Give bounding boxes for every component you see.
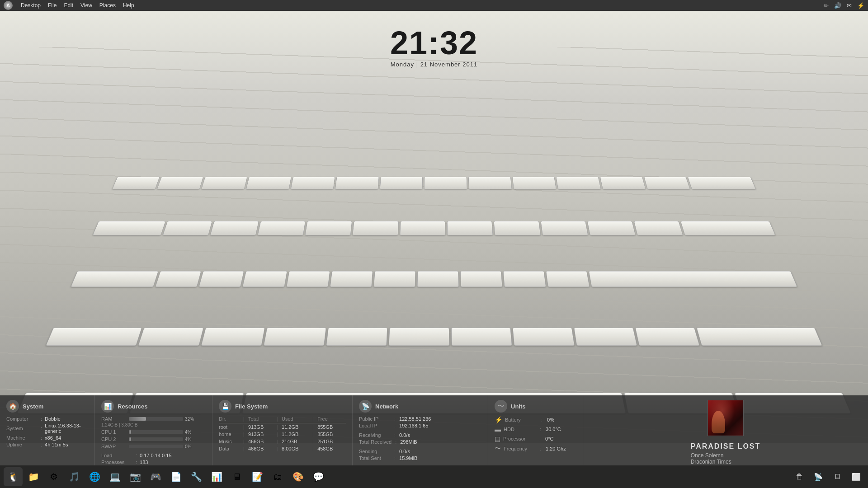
battery-icon: ⚡: [495, 416, 502, 423]
processor-label: Processor: [503, 436, 535, 441]
menu-edit[interactable]: Edit: [60, 2, 77, 9]
cpu1-label: CPU 1: [101, 429, 126, 435]
key: [512, 177, 557, 189]
network-icon: 📡: [359, 400, 372, 413]
taskbar-charts[interactable]: 📊: [207, 467, 226, 486]
pencil-icon[interactable]: ✏: [824, 2, 829, 9]
mail-icon[interactable]: ✉: [847, 2, 852, 9]
local-ip-value: 192.168.1.65: [399, 423, 428, 428]
col-dir: Dir.: [219, 416, 243, 423]
volume-icon[interactable]: 🔊: [834, 2, 841, 9]
taskbar-notes[interactable]: 📝: [248, 467, 267, 486]
fs-table-row: Data | 466GB | 8.00GB | 458GB: [219, 445, 346, 452]
fs-sep: |: [312, 438, 317, 445]
col-free: Free: [317, 416, 346, 423]
power-icon[interactable]: ⚡: [857, 2, 864, 9]
key: [680, 221, 775, 235]
taskbar-paint[interactable]: 🎨: [288, 467, 307, 486]
total-sent-value: 15.9MiB: [399, 455, 417, 461]
taskbar-windows[interactable]: ⬜: [848, 469, 864, 485]
computer-label: Computer: [6, 416, 38, 422]
fs-free: 251GB: [317, 438, 346, 445]
cpu2-pct: 4%: [185, 437, 196, 442]
fs-total: 466GB: [248, 438, 277, 445]
fs-sep: |: [243, 431, 248, 438]
key: [155, 271, 201, 287]
taskbar-monitor[interactable]: 🖥: [227, 467, 246, 486]
taskbar-archive[interactable]: 🗂: [268, 467, 287, 486]
key: [635, 328, 700, 346]
menu-view[interactable]: View: [77, 2, 96, 9]
taskbar-settings[interactable]: ⚙: [44, 467, 63, 486]
clock-date: Monday | 21 November 2011: [390, 61, 478, 68]
key: [447, 221, 493, 235]
taskbar: 🐧 📁 ⚙ 🎵 🌐 💻 📷 🎮 📄 🔧 📊 🖥 📝 🗂 🎨 💬 🗑 📡 🖥 ⬜: [0, 465, 868, 488]
menu-logo[interactable]: A: [4, 1, 13, 10]
filesystem-title: File System: [235, 403, 268, 410]
load-value: 0.17 0.14 0.15: [140, 453, 171, 458]
key: [246, 177, 291, 189]
taskbar-camera[interactable]: 📷: [126, 467, 145, 486]
menu-file[interactable]: File: [44, 2, 60, 9]
taskbar-trash[interactable]: 🗑: [791, 469, 807, 485]
fs-sep: |: [312, 431, 317, 438]
battery-value: 0%: [547, 417, 554, 422]
taskbar-arch-menu[interactable]: 🐧: [4, 467, 23, 486]
resources-title: Resources: [118, 403, 147, 410]
menu-desktop[interactable]: Desktop: [17, 2, 44, 9]
fs-total: 913GB: [248, 423, 277, 431]
frequency-label: Frequency: [504, 446, 535, 451]
fs-free: 458GB: [317, 445, 346, 452]
key: [556, 177, 601, 189]
clock-time: 21:32: [390, 27, 478, 59]
fs-used: 11.2GB: [282, 423, 312, 431]
key: [697, 328, 822, 346]
key: [286, 271, 330, 287]
fs-sep: |: [277, 438, 282, 445]
taskbar-network-manager[interactable]: 🖥: [829, 469, 845, 485]
network-section: 📡 Network Public IP : 122.58.51.236 Loca…: [353, 395, 488, 465]
fs-used: 11.2GB: [282, 431, 312, 438]
key: [600, 177, 646, 189]
taskbar-rss[interactable]: 📡: [810, 469, 826, 485]
menu-help[interactable]: Help: [119, 2, 138, 9]
fs-total: 466GB: [248, 445, 277, 452]
key: [335, 177, 379, 189]
fs-table-row: root | 913GB | 11.2GB | 855GB: [219, 423, 346, 431]
taskbar-music[interactable]: 🎵: [65, 467, 84, 486]
key: [587, 221, 636, 235]
fs-table-row: home | 913GB | 11.2GB | 855GB: [219, 431, 346, 438]
receiving-label: Receiving: [359, 432, 391, 438]
taskbar-docs[interactable]: 📄: [166, 467, 185, 486]
taskbar-chat[interactable]: 💬: [309, 467, 328, 486]
receiving-value: 0.0/s: [399, 432, 410, 438]
battery-label: Battery: [505, 417, 537, 422]
taskbar-tools[interactable]: 🔧: [187, 467, 206, 486]
fs-sep: |: [243, 445, 248, 452]
hdd-label: HDD: [504, 427, 535, 432]
wallpaper: 21:32 Monday | 21 November 2011: [0, 11, 868, 443]
taskbar-browser[interactable]: 🌐: [85, 467, 104, 486]
menu-places[interactable]: Places: [96, 2, 119, 9]
fs-dir: Data: [219, 445, 243, 452]
col-used: Used: [282, 416, 312, 423]
load-label: Load: [101, 453, 133, 458]
fs-dir: Music: [219, 438, 243, 445]
fs-used: 214GB: [282, 438, 312, 445]
fs-dir: home: [219, 431, 243, 438]
taskbar-games[interactable]: 🎮: [146, 467, 165, 486]
key: [157, 177, 203, 189]
uptime-value: 4h 11m 5s: [45, 442, 68, 447]
key: [546, 271, 590, 287]
taskbar-terminal[interactable]: 💻: [105, 467, 124, 486]
fs-sep: |: [312, 445, 317, 452]
taskbar-files[interactable]: 📁: [24, 467, 43, 486]
ram-bar: [129, 417, 183, 421]
cpu2-label: CPU 2: [101, 436, 126, 442]
processes-label: Processes: [101, 460, 133, 465]
ram-label: RAM: [101, 416, 126, 422]
fs-sep: |: [243, 423, 248, 431]
key: [425, 177, 467, 189]
key: [688, 177, 756, 189]
key: [574, 328, 637, 346]
